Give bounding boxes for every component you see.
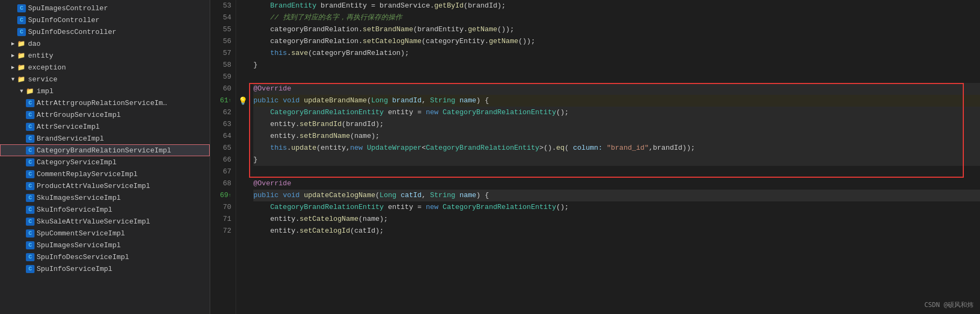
- tree-item-BrandServiceImpl[interactable]: C BrandServiceImpl: [0, 132, 210, 144]
- code-line-66: }: [253, 154, 980, 166]
- tree-item-SpuInfoDescController[interactable]: C SpuInfoDescController: [0, 26, 210, 38]
- item-label: CommentReplayServiceImpl: [37, 170, 137, 178]
- tree-item-ProductAttrValueServiceImpl[interactable]: C ProductAttrValueServiceImpl: [0, 180, 210, 192]
- tree-item-AttrServiceImpl[interactable]: C AttrServiceImpl: [0, 121, 210, 132]
- tree-item-SkuSaleAttrValueServiceImpl[interactable]: C SkuSaleAttrValueServiceImpl: [0, 215, 210, 227]
- gutter-72: [236, 225, 249, 237]
- line-54: 54: [215, 12, 231, 24]
- code-line-64: entity.setBrandName(name);: [253, 130, 980, 142]
- tree-item-service[interactable]: ▼ 📁 service: [0, 73, 210, 85]
- tree-item-SpuInfoServiceImpl[interactable]: C SpuInfoServiceImpl: [0, 263, 210, 275]
- item-label: SkuImagesServiceImpl: [37, 194, 121, 202]
- tree-item-SpuCommentServiceImpl[interactable]: C SpuCommentServiceImpl: [0, 227, 210, 239]
- code-line-67: [253, 166, 980, 178]
- gutter-55: [236, 24, 249, 36]
- item-label: SpuCommentServiceImpl: [37, 229, 125, 238]
- line-59: 59: [215, 71, 231, 83]
- line-57: 57: [215, 47, 231, 59]
- line-62: 62: [215, 107, 231, 118]
- item-label: CategoryBrandRelationServiceImpl: [37, 146, 171, 155]
- code-line-68: @Override: [253, 178, 980, 190]
- gutter-64: [236, 130, 249, 142]
- line-69: 69 ↑: [215, 190, 231, 201]
- class-icon: C: [26, 146, 34, 155]
- class-icon: C: [26, 253, 34, 261]
- tree-item-AttrAttrgroupRelationServiceImpl[interactable]: C AttrAttrgroupRelationServiceIm…: [0, 97, 210, 109]
- tree-item-CommentReplayServiceImpl[interactable]: C CommentReplayServiceImpl: [0, 168, 210, 180]
- code-line-54: // 找到了对应的名字，再执行保存的操作: [253, 12, 980, 24]
- line-67: 67: [215, 166, 231, 178]
- item-label: SpuImagesServiceImpl: [37, 241, 121, 249]
- code-line-56: categoryBrandRelation.setCatelogName(cat…: [253, 36, 980, 47]
- gutter-68: [236, 178, 249, 190]
- class-icon: C: [26, 241, 34, 249]
- item-label: SpuInfoController: [28, 16, 100, 24]
- tree-item-dao[interactable]: ▶ 📁 dao: [0, 38, 210, 50]
- tree-item-SpuImagesController[interactable]: C SpuImagesController: [0, 2, 210, 14]
- tree-item-CategoryServiceImpl[interactable]: C CategoryServiceImpl: [0, 156, 210, 168]
- gutter-69: [236, 190, 249, 201]
- tree-item-AttrGroupServiceImpl[interactable]: C AttrGroupServiceImpl: [0, 109, 210, 121]
- code-line-70: CategoryBrandRelationEntity entity = new…: [253, 201, 980, 213]
- code-line-72: entity.setCatelogId(catId);: [253, 225, 980, 237]
- gutter-66: [236, 154, 249, 166]
- line-66: 66: [215, 154, 231, 166]
- folder-icon: 📁: [17, 64, 26, 72]
- tree-item-impl[interactable]: ▼ 📁 impl: [0, 85, 210, 97]
- tree-item-CategoryBrandRelationServiceImpl[interactable]: C CategoryBrandRelationServiceImpl: [0, 144, 210, 156]
- line-70: 70: [215, 201, 231, 213]
- tree-item-SpuInfoController[interactable]: C SpuInfoController: [0, 14, 210, 26]
- tree-item-SkuInfoServiceImpl[interactable]: C SkuInfoServiceImpl: [0, 204, 210, 215]
- code-line-60: @Override: [253, 83, 980, 95]
- tree-item-SpuImagesServiceImpl[interactable]: C SpuImagesServiceImpl: [0, 239, 210, 251]
- gutter: 💡: [236, 0, 249, 314]
- tree-item-exception[interactable]: ▶ 📁 exception: [0, 61, 210, 73]
- code-line-58: }: [253, 59, 980, 71]
- line-53: 53: [215, 0, 231, 12]
- line-55: 55: [215, 24, 231, 36]
- line-64: 64: [215, 130, 231, 142]
- item-label: ProductAttrValueServiceImpl: [37, 182, 150, 190]
- class-icon: C: [17, 28, 26, 36]
- class-icon: C: [17, 16, 26, 24]
- code-line-53: BrandEntity brandEntity = brandService.g…: [253, 0, 980, 12]
- gutter-54: [236, 12, 249, 24]
- gutter-53: [236, 0, 249, 12]
- tree-item-entity[interactable]: ▶ 📁 entity: [0, 50, 210, 61]
- code-line-65: this.update(entity,new UpdateWrapper<Cat…: [253, 142, 980, 154]
- tree-item-SkuImagesServiceImpl[interactable]: C SkuImagesServiceImpl: [0, 192, 210, 204]
- item-label: CategoryServiceImpl: [37, 158, 116, 166]
- code-line-61: public void updateBrandName(Long brandId…: [253, 95, 980, 107]
- watermark: CSDN @硕风和炜: [924, 301, 974, 310]
- gutter-71: [236, 213, 249, 225]
- tree-item-SpuInfoDescServiceImpl[interactable]: C SpuInfoDescServiceImpl: [0, 251, 210, 263]
- code-line-59: [253, 71, 980, 83]
- code-line-57: this.save(categoryBrandRelation);: [253, 47, 980, 59]
- class-icon: C: [26, 170, 34, 178]
- class-icon: C: [26, 229, 34, 238]
- code-editor[interactable]: 53 54 55 56 57 58 59 60 61 ↑ 62 63 64 65…: [210, 0, 980, 314]
- arrow-icon: ▼: [17, 88, 26, 94]
- class-icon: C: [26, 194, 34, 202]
- line-72: 72: [215, 225, 231, 237]
- file-tree: C SpuImagesController C SpuInfoControlle…: [0, 0, 210, 314]
- item-label: SpuImagesController: [28, 4, 108, 12]
- code-lines: BrandEntity brandEntity = brandService.g…: [249, 0, 980, 314]
- gutter-60: [236, 83, 249, 95]
- class-icon: C: [26, 158, 34, 166]
- line-58: 58: [215, 59, 231, 71]
- folder-icon: 📁: [17, 52, 26, 60]
- item-label: exception: [28, 64, 66, 72]
- gutter-61: 💡: [236, 95, 249, 107]
- gutter-62: [236, 107, 249, 118]
- line-60: 60: [215, 83, 231, 95]
- code-line-55: categoryBrandRelation.setBrandName(brand…: [253, 24, 980, 36]
- line-68: 68: [215, 178, 231, 190]
- code-line-71: entity.setCatelogName(name);: [253, 213, 980, 225]
- line-numbers: 53 54 55 56 57 58 59 60 61 ↑ 62 63 64 65…: [210, 0, 236, 314]
- code-line-63: entity.setBrandId(brandId);: [253, 118, 980, 130]
- line-71: 71: [215, 213, 231, 225]
- line-65: 65: [215, 142, 231, 154]
- code-line-62: CategoryBrandRelationEntity entity = new…: [253, 107, 980, 118]
- line-61: 61 ↑: [215, 95, 231, 107]
